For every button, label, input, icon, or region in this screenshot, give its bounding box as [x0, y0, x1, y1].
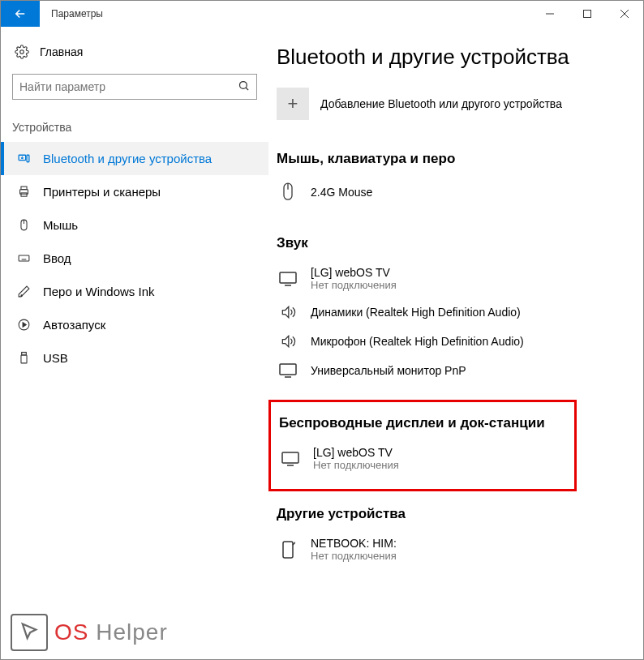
mouse-icon: [15, 218, 32, 232]
watermark-text: OS Helper: [54, 619, 168, 645]
maximize-icon: [583, 10, 591, 18]
pen-icon: [15, 285, 32, 298]
device-name: Микрофон (Realtek High Definition Audio): [311, 335, 524, 348]
search-icon: [238, 79, 250, 94]
main-content: Bluetooth и другие устройства + Добавлен…: [268, 27, 643, 659]
svg-rect-30: [280, 272, 296, 283]
svg-rect-34: [280, 364, 296, 375]
device-name: [LG] webOS TV: [313, 446, 399, 459]
nav-item-label: Перо и Windows Ink: [43, 285, 155, 298]
minimize-button[interactable]: [531, 1, 569, 27]
search-input[interactable]: [19, 80, 238, 93]
device-microphone[interactable]: Микрофон (Realtek High Definition Audio): [277, 327, 635, 356]
page-title: Bluetooth и другие устройства: [277, 45, 635, 70]
bluetooth-icon: [15, 152, 32, 165]
svg-rect-1: [584, 11, 591, 18]
highlighted-section-wireless: Беспроводные дисплеи и док-станции [LG] …: [268, 400, 577, 491]
device-name: [LG] webOS TV: [311, 266, 397, 279]
device-netbook[interactable]: NETBOOK: HIM: Нет подключения: [277, 530, 635, 568]
minimize-icon: [546, 10, 554, 18]
window-title: Параметры: [40, 8, 103, 19]
printer-icon: [15, 185, 32, 199]
nav-item-label: Принтеры и сканеры: [43, 185, 161, 199]
section-title-wireless: Беспроводные дисплеи и док-станции: [279, 415, 566, 431]
section-title-other: Другие устройства: [277, 506, 635, 522]
close-icon: [620, 10, 629, 18]
autoplay-icon: [15, 318, 32, 332]
watermark: OS Helper: [11, 614, 168, 651]
nav-item-autoplay[interactable]: Автозапуск: [1, 308, 268, 341]
device-tv-wireless[interactable]: [LG] webOS TV Нет подключения: [279, 439, 566, 478]
device-status: Нет подключения: [311, 279, 397, 291]
nav-item-mouse[interactable]: Мышь: [1, 208, 268, 242]
close-button[interactable]: [606, 1, 643, 27]
device-tv-audio[interactable]: [LG] webOS TV Нет подключения: [277, 259, 635, 298]
section-title-audio: Звук: [277, 235, 635, 251]
nav-item-printers[interactable]: Принтеры и сканеры: [1, 175, 268, 208]
nav-item-bluetooth[interactable]: Bluetooth и другие устройства: [1, 142, 268, 175]
device-mouse[interactable]: 2.4G Mouse: [277, 175, 635, 209]
monitor-icon: [277, 362, 299, 379]
maximize-button[interactable]: [569, 1, 606, 27]
svg-marker-32: [282, 306, 289, 317]
svg-marker-33: [282, 336, 289, 346]
monitor-icon: [277, 271, 299, 287]
nav-item-usb[interactable]: USB: [1, 341, 268, 375]
device-status: Нет подключения: [311, 550, 397, 562]
device-name: Динамики (Realtek High Definition Audio): [311, 306, 521, 319]
svg-rect-25: [20, 355, 26, 363]
nav-home[interactable]: Главная: [1, 38, 268, 66]
device-status: Нет подключения: [313, 459, 399, 471]
svg-marker-23: [23, 323, 26, 328]
device-monitor-pnp[interactable]: Универсальный монитор PnP: [277, 356, 635, 385]
device-name: 2.4G Mouse: [311, 186, 372, 199]
monitor-icon: [279, 451, 302, 467]
sidebar: Главная Устройства Bluetooth и другие ус…: [1, 27, 268, 659]
speaker-icon: [277, 333, 299, 349]
add-device-label: Добавление Bluetooth или другого устройс…: [320, 97, 562, 110]
device-name: Универсальный монитор PnP: [311, 364, 466, 377]
svg-line-6: [246, 88, 248, 90]
gear-icon: [12, 45, 32, 59]
sidebar-category: Устройства: [1, 114, 268, 142]
svg-rect-36: [282, 452, 298, 463]
search-box[interactable]: [12, 74, 257, 100]
nav-item-label: Автозапуск: [43, 318, 105, 332]
cursor-icon: [11, 614, 48, 651]
nav-item-label: Ввод: [43, 251, 71, 265]
plus-icon: +: [277, 88, 309, 120]
window-controls: [531, 1, 643, 27]
arrow-left-icon: [13, 6, 28, 21]
keyboard-icon: [15, 251, 32, 265]
svg-point-4: [20, 50, 24, 54]
svg-point-21: [20, 295, 21, 296]
usb-icon: [15, 351, 32, 365]
svg-rect-14: [19, 255, 29, 261]
nav-item-label: Мышь: [43, 218, 78, 232]
svg-point-5: [240, 82, 247, 89]
svg-rect-11: [20, 193, 26, 196]
mouse-icon: [277, 182, 299, 203]
nav-item-pen[interactable]: Перо и Windows Ink: [1, 275, 268, 308]
svg-rect-10: [20, 186, 26, 190]
nav-item-label: USB: [43, 351, 68, 365]
nav-home-label: Главная: [40, 45, 83, 58]
device-name: NETBOOK: HIM:: [311, 537, 397, 550]
phone-icon: [277, 540, 299, 559]
titlebar: Параметры: [1, 1, 643, 27]
section-title-input: Мышь, клавиатура и перо: [277, 151, 635, 167]
device-speakers[interactable]: Динамики (Realtek High Definition Audio): [277, 298, 635, 327]
nav-item-typing[interactable]: Ввод: [1, 242, 268, 275]
back-button[interactable]: [1, 1, 40, 27]
add-device-button[interactable]: + Добавление Bluetooth или другого устро…: [277, 88, 635, 120]
svg-rect-38: [283, 542, 293, 558]
nav-item-label: Bluetooth и другие устройства: [43, 152, 212, 165]
speaker-icon: [277, 304, 299, 320]
svg-rect-8: [27, 155, 29, 162]
